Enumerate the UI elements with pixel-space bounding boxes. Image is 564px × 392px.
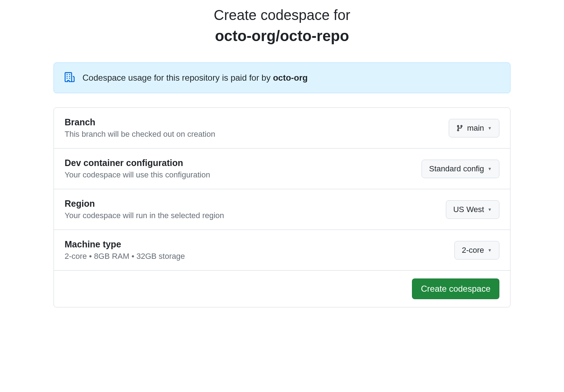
branch-selector[interactable]: main ▼ [449,119,499,137]
setting-label: Machine type 2-core • 8GB RAM • 32GB sto… [65,239,454,261]
page-repo-name: octo-org/octo-repo [54,27,510,45]
billing-org-name: octo-org [273,73,308,82]
setting-row-machine-type: Machine type 2-core • 8GB RAM • 32GB sto… [54,230,510,271]
setting-label: Branch This branch will be checked out o… [65,117,449,139]
dev-container-value: Standard config [429,164,484,174]
caret-down-icon: ▼ [488,126,492,131]
billing-info-prefix: Codespace usage for this repository is p… [82,73,273,82]
caret-down-icon: ▼ [488,207,492,212]
billing-info-text: Codespace usage for this repository is p… [82,73,308,83]
setting-row-region: Region Your codespace will run in the se… [54,189,510,230]
branch-title: Branch [65,117,449,127]
git-branch-icon [456,125,463,132]
setting-row-branch: Branch This branch will be checked out o… [54,108,510,149]
page-title: Create codespace for [54,7,510,23]
branch-description: This branch will be checked out on creat… [65,130,449,139]
setting-label: Dev container configuration Your codespa… [65,158,422,180]
machine-type-selector[interactable]: 2-core ▼ [454,241,499,260]
dev-container-title: Dev container configuration [65,158,422,168]
setting-row-dev-container: Dev container configuration Your codespa… [54,149,510,189]
region-selector[interactable]: US West ▼ [446,200,499,219]
branch-value: main [467,124,484,133]
dev-container-selector[interactable]: Standard config ▼ [422,160,499,178]
caret-down-icon: ▼ [488,166,492,171]
create-codespace-button[interactable]: Create codespace [412,278,499,299]
billing-info-banner: Codespace usage for this repository is p… [54,62,510,93]
page-header: Create codespace for octo-org/octo-repo [54,7,510,45]
machine-type-value: 2-core [462,246,484,255]
machine-type-title: Machine type [65,239,454,250]
settings-panel: Branch This branch will be checked out o… [54,107,510,307]
setting-label: Region Your codespace will run in the se… [65,198,446,220]
region-title: Region [65,198,446,209]
dev-container-description: Your codespace will use this configurati… [65,170,422,180]
region-value: US West [453,205,484,214]
caret-down-icon: ▼ [488,248,492,253]
organization-icon [65,72,75,84]
region-description: Your codespace will run in the selected … [65,211,446,220]
action-row: Create codespace [54,271,510,307]
machine-type-description: 2-core • 8GB RAM • 32GB storage [65,252,454,261]
